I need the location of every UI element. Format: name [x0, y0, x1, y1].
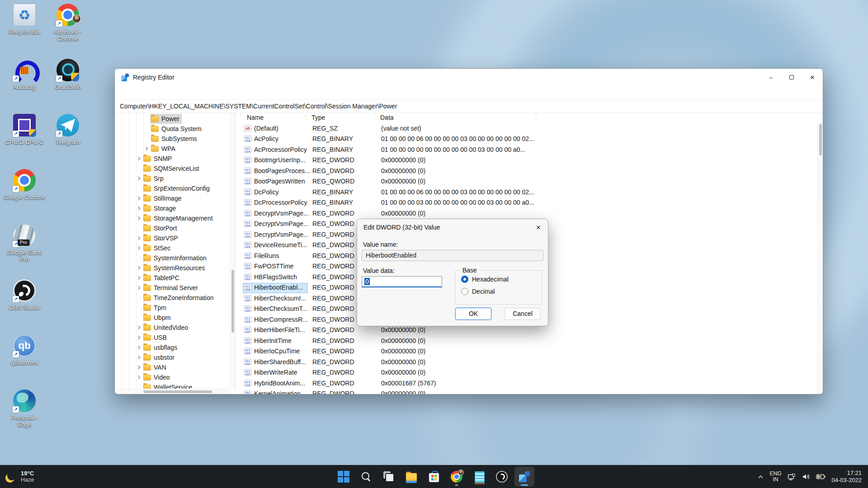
registry-value-row-bootpageswritten[interactable]: BootPagesWritten REG_QWORD 0x00000000 (0…	[236, 176, 817, 187]
registry-value-row-kernelanimation[interactable]: KernelAnimation... REG_DWORD 0x00000000 …	[236, 389, 817, 394]
desktop-icon-qbittorrent[interactable]: qBittorrent	[3, 333, 46, 389]
column-header-type[interactable]: Type	[311, 114, 325, 121]
tree-key-usbflags[interactable]: usbflags	[115, 343, 235, 352]
chevron-right-icon[interactable]	[136, 343, 142, 352]
tree-key-video[interactable]: Video	[115, 372, 235, 382]
desktop-icon-personal-edge[interactable]: Personal - Edge	[3, 389, 46, 444]
registry-value-row-hybridbootanim[interactable]: HybridBootAnim... REG_DWORD 0x00001687 (…	[236, 378, 817, 389]
tree-key-snmp[interactable]: SNMP	[115, 154, 235, 164]
desktop-icon-telegram[interactable]: Telegram	[46, 113, 90, 168]
close-button[interactable]: ✕	[802, 69, 823, 86]
column-separator[interactable]	[536, 114, 536, 122]
tree-key-srpextensionconfig[interactable]: SrpExtensionConfig	[115, 183, 235, 193]
ok-button[interactable]: OK	[455, 308, 491, 320]
column-separator[interactable]	[374, 114, 375, 122]
tree-key-storvsp[interactable]: StorVSP	[115, 233, 235, 243]
tree-key-wpa[interactable]: WPA	[115, 144, 235, 154]
chevron-right-icon[interactable]	[136, 362, 142, 372]
chevron-right-icon[interactable]	[136, 273, 142, 283]
tree-key-storagemanagement[interactable]: StorageManagement	[115, 213, 235, 223]
chevron-right-icon[interactable]	[136, 333, 142, 343]
taskbar-microsoft-store[interactable]	[424, 467, 444, 487]
taskbar-notepad[interactable]	[469, 467, 489, 487]
scrollbar-thumb[interactable]	[143, 390, 212, 393]
registry-value-row-hiberinittime[interactable]: HiberInitTime REG_DWORD 0x00000000 (0)	[236, 335, 817, 346]
chevron-right-icon[interactable]	[136, 233, 142, 243]
tree-key-sqmservicelist[interactable]: SQMServiceList	[115, 164, 235, 174]
column-separator[interactable]	[306, 114, 306, 122]
column-header-data[interactable]: Data	[380, 114, 394, 121]
tree-key-usbstor[interactable]: usbstor	[115, 352, 235, 362]
chevron-up-icon[interactable]	[758, 474, 764, 480]
tree-key-stsec[interactable]: StSec	[115, 243, 235, 253]
radio-decimal[interactable]: Decimal	[461, 288, 495, 295]
chevron-right-icon[interactable]	[136, 352, 142, 362]
chevron-right-icon[interactable]	[136, 263, 142, 273]
tree-key-systeminformation[interactable]: SystemInformation	[115, 253, 235, 263]
chevron-right-icon[interactable]	[136, 283, 142, 293]
tree-key-stillimage[interactable]: StillImage	[115, 193, 235, 203]
taskbar-task-view[interactable]	[379, 467, 399, 487]
column-header-name[interactable]: Name	[247, 114, 264, 121]
maximize-button[interactable]	[781, 69, 802, 86]
taskbar-registry-editor[interactable]	[514, 467, 534, 487]
tree-key-terminal-server[interactable]: Terminal Server	[115, 283, 235, 293]
registry-value-row-dcpolicy[interactable]: DcPolicy REG_BINARY 01 00 00 00 06 00 00…	[236, 187, 817, 197]
cancel-button[interactable]: Cancel	[505, 308, 541, 320]
tree-key-subsystems[interactable]: SubSystems	[115, 134, 235, 144]
dialog-title-bar[interactable]: Edit DWORD (32-bit) Value ✕	[357, 219, 548, 235]
chevron-right-icon[interactable]	[143, 144, 150, 154]
scrollbar-thumb[interactable]	[819, 124, 822, 155]
volume-icon[interactable]	[802, 473, 810, 480]
registry-value-row-acprocessorpolicy[interactable]: AcProcessorPolicy REG_BINARY 01 00 00 00…	[236, 144, 817, 155]
chevron-right-icon[interactable]	[136, 193, 142, 203]
value-data-input[interactable]: 0	[362, 276, 442, 287]
registry-value-row-hiberwriterate[interactable]: HiberWriteRate REG_DWORD 0x00000000 (0)	[236, 367, 817, 378]
tree-key-timezoneinformation[interactable]: TimeZoneInformation	[115, 293, 235, 303]
taskbar-start[interactable]	[334, 467, 354, 487]
tree-key-storport[interactable]: StorPort	[115, 223, 235, 233]
taskbar-search[interactable]	[356, 467, 376, 487]
registry-value-row-hiberhiberfileti[interactable]: HiberHiberFileTi... REG_DWORD 0x00000000…	[236, 325, 817, 336]
chevron-right-icon[interactable]	[136, 154, 142, 164]
registry-value-row-bootpagesproces[interactable]: BootPagesProces... REG_DWORD 0x00000000 …	[236, 165, 817, 176]
tree-key-systemresources[interactable]: SystemResources	[115, 263, 235, 273]
taskbar-chrome[interactable]	[447, 467, 467, 487]
dialog-close-icon[interactable]: ✕	[529, 219, 548, 235]
radio-unselected-icon[interactable]	[461, 288, 468, 295]
tree-key-van[interactable]: VAN	[115, 362, 235, 372]
clock[interactable]: 17:21 04-03-2022	[832, 469, 862, 484]
desktop-icon-audacity[interactable]: Audacity	[3, 58, 46, 113]
registry-value-row-hibersharedbuff[interactable]: HiberSharedBuff... REG_DWORD 0x00000000 …	[236, 357, 817, 367]
registry-value-row-decryptvsmpage[interactable]: DecryptVsmPage... REG_DWORD 0x00000000 (…	[236, 208, 817, 219]
registry-value-row-hiberiocputime[interactable]: HiberIoCpuTime REG_DWORD 0x00000000 (0)	[236, 346, 817, 357]
radio-selected-icon[interactable]	[461, 276, 468, 283]
chevron-right-icon[interactable]	[136, 323, 142, 333]
tree-key-tpm[interactable]: Tpm	[115, 303, 235, 313]
minimize-button[interactable]: –	[760, 69, 781, 86]
chevron-right-icon[interactable]	[136, 213, 142, 223]
tree-vertical-scrollbar[interactable]	[230, 113, 235, 389]
tree-key-storage[interactable]: Storage	[115, 203, 235, 213]
taskbar-file-explorer[interactable]	[401, 467, 421, 487]
tree-horizontal-scrollbar[interactable]	[115, 389, 230, 394]
tree-key-usb[interactable]: USB	[115, 333, 235, 343]
chevron-right-icon[interactable]	[136, 174, 142, 183]
registry-value-row-dcprocessorpolicy[interactable]: DcProcessorPolicy REG_BINARY 01 00 00 00…	[236, 197, 817, 208]
tree-key-tabletpc[interactable]: TabletPC	[115, 273, 235, 283]
tree-key-ubpm[interactable]: Ubpm	[115, 313, 235, 323]
network-icon[interactable]	[788, 473, 796, 481]
language-indicator[interactable]: ENG IN	[769, 471, 781, 483]
radio-hexadecimal[interactable]: Hexadecimal	[461, 276, 509, 283]
list-vertical-scrollbar[interactable]	[817, 123, 823, 394]
tree-key-unitedvideo[interactable]: UnitedVideo	[115, 323, 235, 333]
chevron-right-icon[interactable]	[136, 203, 142, 213]
tree-key-srp[interactable]: Srp	[115, 174, 235, 183]
desktop-icon-cpuid-cpu-z[interactable]: CPUID CPU-Z	[3, 113, 46, 168]
taskbar-obs-studio[interactable]	[492, 467, 512, 487]
desktop-icon-grub2win[interactable]: Grub2Win	[46, 58, 90, 113]
desktop-icon-google-chrome[interactable]: Google Chrome	[3, 168, 46, 223]
scrollbar-thumb[interactable]	[231, 270, 234, 333]
tree-key-power[interactable]: Power	[115, 114, 235, 124]
registry-value-row-acpolicy[interactable]: AcPolicy REG_BINARY 01 00 00 00 06 00 00…	[236, 134, 817, 145]
